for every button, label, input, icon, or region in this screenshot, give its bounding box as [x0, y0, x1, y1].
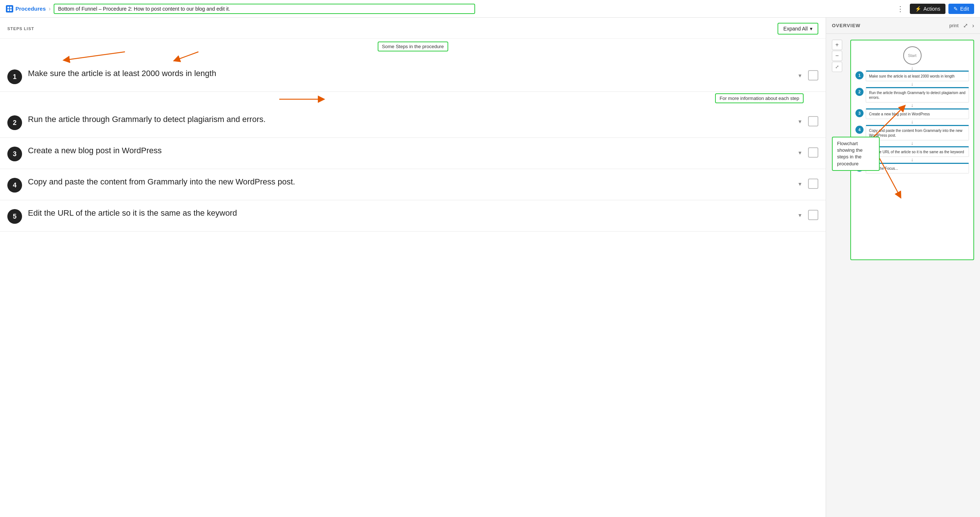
step-expand-button[interactable]: ▾ — [795, 147, 805, 157]
fc-step-num: 4 — [856, 126, 864, 134]
step-item: 2 Run the article through Grammarly to d… — [0, 107, 826, 138]
more-info-callout: For more information about each step — [715, 93, 803, 103]
overview-header: OVERVIEW print ⤢ › — [826, 17, 980, 34]
step-expand-button[interactable]: ▾ — [795, 178, 805, 189]
fc-step-num: 3 — [856, 109, 864, 117]
step-actions: ▾ — [795, 145, 818, 157]
breadcrumb-separator: › — [49, 5, 51, 12]
fc-step-box: Edit the URL of the article so it is the… — [866, 146, 969, 157]
step-checkbox[interactable] — [808, 210, 818, 220]
fc-step-box: Make sure the article is at least 2000 w… — [866, 70, 969, 81]
fc-step-num: 1 — [856, 71, 864, 80]
step-number: 5 — [7, 209, 22, 224]
step-actions: ▾ — [795, 68, 818, 81]
more-info-arrow — [0, 92, 826, 107]
left-panel: STEPS LIST Expand All ▾ Some Steps in th… — [0, 17, 826, 517]
step-checkbox[interactable] — [808, 178, 818, 189]
steps-header: STEPS LIST Expand All ▾ — [0, 17, 826, 38]
step-text: Copy and paste the content from Grammarl… — [28, 177, 789, 188]
svg-line-4 — [66, 52, 125, 60]
expand-icon[interactable]: ⤢ — [963, 22, 968, 29]
svg-rect-1 — [10, 6, 12, 8]
svg-line-5 — [177, 52, 199, 60]
more-info-annotation-area: For more information about each step — [0, 92, 826, 107]
brand-link[interactable]: Procedures — [6, 5, 46, 13]
step-checkbox[interactable] — [808, 147, 818, 157]
fc-step-box: Run the article through Grammarly to det… — [866, 87, 969, 102]
page-title: Bottom of Funnel – Procedure 2: How to p… — [54, 4, 475, 14]
fc-node-wrapper: 2 Run the article through Grammarly to d… — [856, 87, 969, 108]
steps-list: 1 Make sure the article is at least 2000… — [0, 60, 826, 232]
step-item: 4 Copy and paste the content from Gramma… — [0, 169, 826, 200]
actions-label: Actions — [923, 6, 940, 12]
edit-label: Edit — [960, 6, 969, 12]
fc-start-label: Start — [908, 53, 916, 58]
svg-rect-3 — [10, 9, 12, 11]
brand-icon — [6, 5, 13, 13]
flowchart-annotation: Flowchart showing the steps in the proce… — [832, 137, 880, 171]
svg-rect-0 — [7, 6, 9, 8]
step-text: Run the article through Grammarly to det… — [28, 114, 789, 125]
brand-label: Procedures — [16, 5, 46, 12]
step-item: 1 Make sure the article is at least 2000… — [0, 60, 826, 92]
fc-arrow: ↓ — [911, 65, 913, 70]
bolt-icon: ⚡ — [915, 6, 921, 12]
step-text: Make sure the article is at least 2000 w… — [28, 68, 789, 79]
step-number: 1 — [7, 70, 22, 84]
chevron-down-icon: ▾ — [810, 26, 813, 32]
fc-connector: ↓ — [856, 102, 969, 108]
zoom-out-button[interactable]: − — [832, 51, 842, 61]
fc-step: 3 Create a new blog post in WordPress — [856, 108, 969, 119]
print-button[interactable]: print — [949, 23, 958, 28]
step-text: Create a new blog post in WordPress — [28, 145, 789, 156]
right-panel: OVERVIEW print ⤢ › + − ⤢ Flowchart showi… — [826, 17, 980, 517]
zoom-in-button[interactable]: + — [832, 40, 842, 50]
flowchart-annotation-text: Flowchart showing the steps in the proce… — [837, 141, 862, 167]
step-item: 3 Create a new blog post in WordPress ▾ — [0, 138, 826, 169]
step-checkbox[interactable] — [808, 70, 818, 81]
step-expand-button[interactable]: ▾ — [795, 116, 805, 126]
some-steps-annotation-area: Some Steps in the procedure — [0, 38, 826, 60]
fc-step-box: Copy and paste the content from Grammarl… — [866, 125, 969, 140]
step-expand-button[interactable]: ▾ — [795, 210, 805, 220]
step-number: 2 — [7, 115, 22, 130]
step-number: 3 — [7, 146, 22, 161]
step-actions: ▾ — [795, 208, 818, 220]
fc-connector: ↓ — [856, 81, 969, 86]
more-options-button[interactable]: ⋮ — [894, 5, 907, 13]
fc-start-node: Start — [903, 46, 921, 65]
some-steps-text: Some Steps in the procedure — [382, 44, 444, 49]
expand-all-button[interactable]: Expand All ▾ — [778, 23, 818, 35]
step-checkbox[interactable] — [808, 116, 818, 126]
svg-rect-2 — [7, 9, 9, 11]
step-number: 4 — [7, 178, 22, 192]
step-actions: ▾ — [795, 177, 818, 189]
actions-button[interactable]: ⚡ Actions — [910, 4, 945, 14]
fc-step: 1 Make sure the article is at least 2000… — [856, 70, 969, 81]
fc-node-wrapper: 1 Make sure the article is at least 2000… — [856, 70, 969, 86]
step-actions: ▾ — [795, 114, 818, 126]
edit-button[interactable]: ✎ Edit — [948, 4, 974, 14]
next-icon[interactable]: › — [972, 22, 974, 29]
flowchart-area: + − ⤢ Flowchart showing the steps in the… — [826, 34, 980, 517]
fit-button[interactable]: ⤢ — [832, 62, 842, 72]
fc-step-num: 2 — [856, 88, 864, 96]
expand-all-label: Expand All — [783, 26, 808, 32]
fc-step-box: Enter the Focus... — [866, 163, 969, 173]
topbar: Procedures › Bottom of Funnel – Procedur… — [0, 0, 980, 17]
some-steps-callout: Some Steps in the procedure — [377, 41, 448, 51]
fc-step-box: Create a new blog post in WordPress — [866, 108, 969, 119]
flowchart-controls: + − ⤢ — [832, 40, 842, 72]
overview-actions: print ⤢ › — [949, 22, 974, 29]
fc-step: 2 Run the article through Grammarly to d… — [856, 87, 969, 102]
fc-node-wrapper: 3 Create a new blog post in WordPress ↓ — [856, 108, 969, 124]
step-expand-button[interactable]: ▾ — [795, 70, 805, 81]
steps-header-area: STEPS LIST Expand All ▾ Some Steps in th… — [0, 17, 826, 60]
fc-connector: ↓ — [856, 119, 969, 124]
step-item: 5 Edit the URL of the article so it is t… — [0, 200, 826, 232]
main-layout: STEPS LIST Expand All ▾ Some Steps in th… — [0, 17, 980, 517]
step-text: Edit the URL of the article so it is the… — [28, 208, 789, 219]
overview-title: OVERVIEW — [832, 23, 861, 28]
edit-icon: ✎ — [953, 6, 958, 12]
steps-list-label: STEPS LIST — [7, 27, 34, 31]
